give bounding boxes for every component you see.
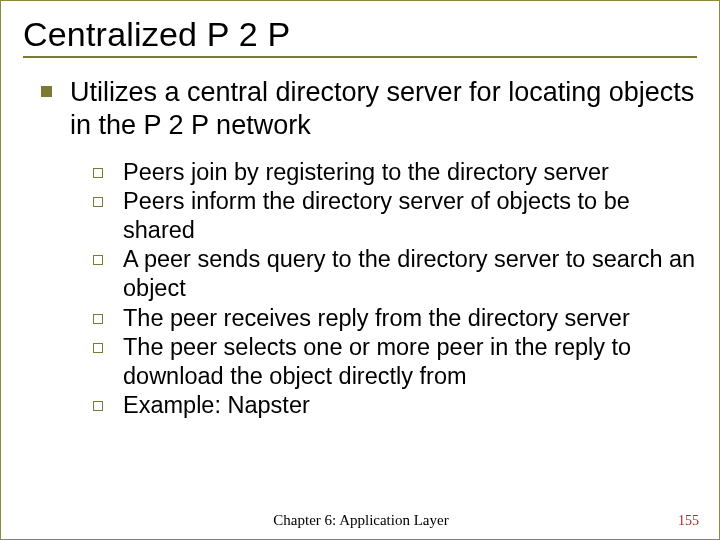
sub-bullet-list: Peers join by registering to the directo… [93, 158, 697, 420]
hollow-square-bullet-icon [93, 401, 103, 411]
main-bullet: Utilizes a central directory server for … [41, 76, 697, 142]
sub-bullet: Example: Napster [93, 391, 697, 420]
filled-square-bullet-icon [41, 86, 52, 97]
hollow-square-bullet-icon [93, 168, 103, 178]
sub-bullet-text: Example: Napster [123, 391, 310, 420]
hollow-square-bullet-icon [93, 343, 103, 353]
hollow-square-bullet-icon [93, 197, 103, 207]
sub-bullet-text: Peers join by registering to the directo… [123, 158, 609, 187]
footer-page-number: 155 [678, 513, 699, 529]
hollow-square-bullet-icon [93, 255, 103, 265]
sub-bullet-text: A peer sends query to the directory serv… [123, 245, 697, 303]
sub-bullet-text: The peer selects one or more peer in the… [123, 333, 697, 391]
slide-title: Centralized P 2 P [23, 15, 697, 54]
sub-bullet: The peer selects one or more peer in the… [93, 333, 697, 391]
sub-bullet: A peer sends query to the directory serv… [93, 245, 697, 303]
hollow-square-bullet-icon [93, 314, 103, 324]
sub-bullet-text: Peers inform the directory server of obj… [123, 187, 697, 245]
title-underline [23, 56, 697, 58]
footer-chapter: Chapter 6: Application Layer [1, 512, 720, 529]
main-bullet-text: Utilizes a central directory server for … [70, 76, 697, 142]
sub-bullet: The peer receives reply from the directo… [93, 304, 697, 333]
sub-bullet: Peers join by registering to the directo… [93, 158, 697, 187]
sub-bullet-text: The peer receives reply from the directo… [123, 304, 630, 333]
slide: Centralized P 2 P Utilizes a central dir… [0, 0, 720, 540]
sub-bullet: Peers inform the directory server of obj… [93, 187, 697, 245]
